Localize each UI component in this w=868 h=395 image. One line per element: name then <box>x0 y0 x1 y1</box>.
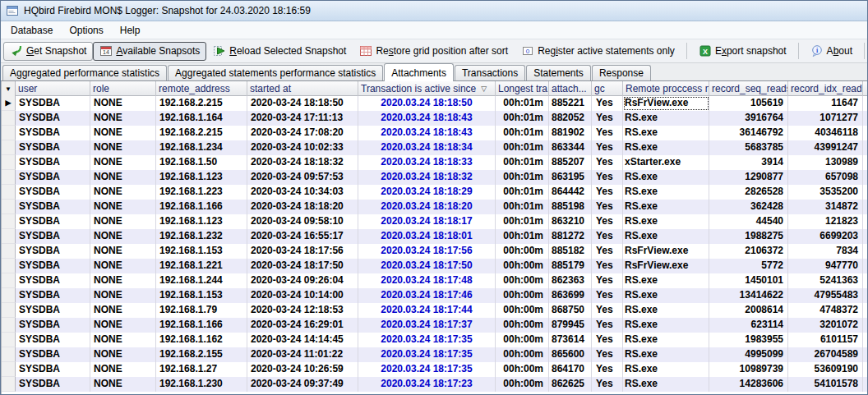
grid-cell[interactable]: 36146792 <box>709 126 788 140</box>
grid-cell[interactable]: 105619 <box>709 96 788 111</box>
grid-cell[interactable]: NONE <box>90 214 156 229</box>
row-indicator[interactable] <box>2 303 16 318</box>
grid-cell[interactable]: 192.168.1.153 <box>156 244 247 259</box>
grid-cell[interactable]: 868750 <box>549 303 592 318</box>
grid-cell[interactable]: 192.168.1.50 <box>156 155 247 170</box>
grid-cell[interactable]: RS.exe <box>623 170 709 185</box>
grid-cell[interactable]: 1983955 <box>709 333 788 347</box>
grid-cell[interactable]: 3914 <box>709 155 788 170</box>
grid-cell[interactable]: Yes <box>592 214 623 229</box>
grid-cell[interactable]: Yes <box>592 126 623 140</box>
filter-dropdown-icon[interactable]: ▼ <box>5 82 12 96</box>
grid-cell[interactable]: 2020.03.24 18:17:35 <box>358 347 496 362</box>
grid-cell[interactable]: 192.168.1.27 <box>156 362 247 377</box>
grid-cell[interactable]: 2020.03.24 18:17:56 <box>358 244 496 259</box>
grid-cell[interactable]: 192.168.1.230 <box>156 377 247 392</box>
tab-response[interactable]: Response <box>592 65 651 80</box>
grid-cell[interactable]: Yes <box>592 200 623 214</box>
grid-cell[interactable]: RS.exe <box>623 273 709 288</box>
grid-cell[interactable]: 192.168.1.166 <box>156 200 247 214</box>
grid-cell[interactable]: 1290877 <box>709 170 788 185</box>
grid-cell[interactable]: 192.168.1.123 <box>156 170 247 185</box>
grid-cell[interactable]: 314872 <box>788 200 863 214</box>
grid-cell[interactable]: NONE <box>90 185 156 200</box>
row-indicator[interactable] <box>2 170 16 185</box>
grid-cell[interactable]: 192.168.1.232 <box>156 229 247 244</box>
grid-cell[interactable]: 00h:00m <box>496 333 549 347</box>
grid-cell[interactable]: Yes <box>592 347 623 362</box>
grid-cell[interactable]: SYSDBA <box>16 377 90 392</box>
column-header-gc[interactable]: gc <box>592 81 623 96</box>
grid-cell[interactable]: NONE <box>90 333 156 347</box>
grid-cell[interactable]: Yes <box>592 229 623 244</box>
grid-cell[interactable]: RS.exe <box>623 303 709 318</box>
grid-cell[interactable]: 2020-03-24 18:18:50 <box>247 96 358 111</box>
grid-cell[interactable]: 2020.03.24 18:17:46 <box>358 288 496 303</box>
grid-cell[interactable]: 00h:01m <box>496 200 549 214</box>
grid-cell[interactable]: 2020.03.24 18:17:23 <box>358 377 496 392</box>
menu-item-help[interactable]: Help <box>112 23 149 38</box>
grid-cell[interactable]: 2020-03-24 09:58:10 <box>247 214 358 229</box>
grid-cell[interactable]: NONE <box>90 126 156 140</box>
grid-cell[interactable]: 00h:01m <box>496 96 549 111</box>
grid-cell[interactable]: RS.exe <box>623 140 709 155</box>
grid-cell[interactable]: RsFrView.exe <box>623 259 709 273</box>
grid-cell[interactable]: RS.exe <box>623 214 709 229</box>
grid-cell[interactable]: Yes <box>592 362 623 377</box>
grid-cell[interactable]: 2020.03.24 18:18:33 <box>358 155 496 170</box>
register-active-statements-button[interactable]: 0Register active statements only <box>515 42 681 61</box>
grid-cell[interactable]: 2008614 <box>709 303 788 318</box>
grid-cell[interactable]: NONE <box>90 96 156 111</box>
grid-cell[interactable]: NONE <box>90 303 156 318</box>
grid-cell[interactable]: RS.exe <box>623 377 709 392</box>
grid-cell[interactable]: NONE <box>90 140 156 155</box>
grid-cell[interactable]: 862625 <box>549 377 592 392</box>
grid-cell[interactable]: 3201072 <box>788 318 863 333</box>
grid-cell[interactable]: 00h:01m <box>496 126 549 140</box>
grid-cell[interactable]: Yes <box>592 155 623 170</box>
grid-cell[interactable]: RsFrView.exe <box>623 244 709 259</box>
restore-grid-position-button[interactable]: Restore grid position after sort <box>353 42 515 61</box>
grid-cell[interactable]: 2020.03.24 18:18:43 <box>358 111 496 126</box>
grid-cell[interactable]: 00h:01m <box>496 214 549 229</box>
row-indicator[interactable] <box>2 126 16 140</box>
menu-item-database[interactable]: Database <box>2 23 61 38</box>
grid-cell[interactable]: NONE <box>90 377 156 392</box>
grid-cell[interactable]: xStarter.exe <box>623 155 709 170</box>
grid-cell[interactable]: Yes <box>592 318 623 333</box>
grid-cell[interactable]: 2020-03-24 09:26:04 <box>247 273 358 288</box>
grid-cell[interactable]: NONE <box>90 273 156 288</box>
grid-cell[interactable]: 2020.03.24 18:17:35 <box>358 362 496 377</box>
column-header-remote_address[interactable]: remote_address <box>156 81 247 96</box>
grid-cell[interactable]: RS.exe <box>623 333 709 347</box>
grid-cell[interactable]: 881902 <box>549 126 592 140</box>
grid-cell[interactable]: RS.exe <box>623 200 709 214</box>
grid-cell[interactable]: 864170 <box>549 362 592 377</box>
grid-cell[interactable]: 192.168.2.215 <box>156 96 247 111</box>
grid-cell[interactable]: 40346118 <box>788 126 863 140</box>
grid-cell[interactable]: 43991247 <box>788 140 863 155</box>
row-indicator[interactable] <box>2 140 16 155</box>
grid-cell[interactable]: SYSDBA <box>16 333 90 347</box>
grid-cell[interactable]: 2020.03.24 18:18:34 <box>358 140 496 155</box>
grid-cell[interactable]: 26704589 <box>788 347 863 362</box>
row-indicator[interactable] <box>2 185 16 200</box>
grid-cell[interactable]: 881272 <box>549 229 592 244</box>
reload-selected-snapshot-button[interactable]: Reload Selected Snapshot <box>206 42 353 61</box>
grid-cell[interactable]: SYSDBA <box>16 244 90 259</box>
row-indicator[interactable]: ▶ <box>2 96 16 111</box>
column-header-record_seq_reads[interactable]: record_seq_reads <box>709 81 788 96</box>
grid-cell[interactable]: 2020-03-24 17:08:20 <box>247 126 358 140</box>
grid-cell[interactable]: NONE <box>90 200 156 214</box>
grid-cell[interactable]: 362428 <box>709 200 788 214</box>
grid-cell[interactable]: 2020-03-24 18:18:32 <box>247 155 358 170</box>
grid-cell[interactable]: NONE <box>90 229 156 244</box>
grid-cell[interactable]: SYSDBA <box>16 318 90 333</box>
grid-cell[interactable]: SYSDBA <box>16 362 90 377</box>
grid-cell[interactable]: 885207 <box>549 155 592 170</box>
grid-cell[interactable]: SYSDBA <box>16 155 90 170</box>
grid-cell[interactable]: 863699 <box>549 288 592 303</box>
grid-cell[interactable]: 2020-03-24 18:18:20 <box>247 200 358 214</box>
grid-cell[interactable]: NONE <box>90 362 156 377</box>
grid-cell[interactable]: RS.exe <box>623 185 709 200</box>
